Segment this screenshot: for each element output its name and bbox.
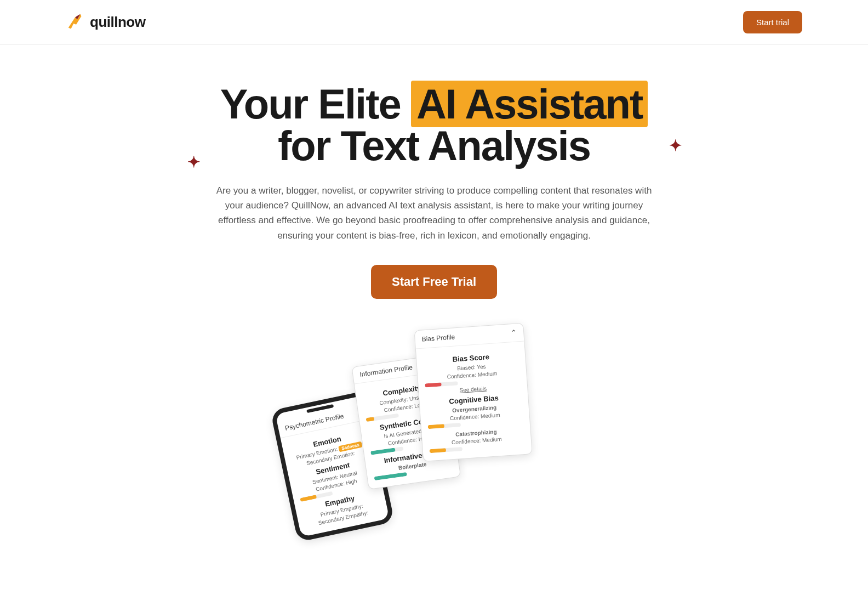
bias-profile-card: Bias Profile ⌃ Bias Score Biased: Yes Co… — [414, 322, 533, 461]
star-icon: ✦ — [669, 138, 681, 154]
hero-section: ✦ Your Elite AI Assistant for Text Analy… — [0, 45, 868, 557]
headline: ✦ Your Elite AI Assistant for Text Analy… — [220, 83, 648, 167]
progress-bar — [430, 447, 462, 453]
progress-bar — [428, 423, 461, 429]
start-trial-button[interactable]: Start trial — [743, 11, 802, 33]
hero-subtext: Are you a writer, blogger, novelist, or … — [215, 183, 653, 243]
card-title: Bias Profile — [421, 333, 455, 343]
start-free-trial-button[interactable]: Start Free Trial — [371, 265, 497, 299]
headline-pre: Your Elite — [220, 81, 411, 127]
card-body: Bias Score Biased: Yes Confidence: Mediu… — [416, 341, 532, 461]
progress-bar — [425, 381, 458, 387]
product-mockup: Psychometric Profile Emotion Primary Emo… — [297, 326, 571, 535]
star-icon: ✦ — [187, 155, 199, 170]
headline-highlight: AI Assistant — [411, 81, 648, 127]
headline-post: for Text Analysis — [278, 122, 590, 169]
card-title: Information Profile — [359, 363, 413, 378]
chevron-up-icon: ⌃ — [510, 328, 517, 337]
quill-icon — [66, 12, 87, 33]
brand-name: quillnow — [90, 14, 145, 31]
logo[interactable]: quillnow — [66, 12, 145, 33]
header: quillnow Start trial — [0, 0, 868, 45]
